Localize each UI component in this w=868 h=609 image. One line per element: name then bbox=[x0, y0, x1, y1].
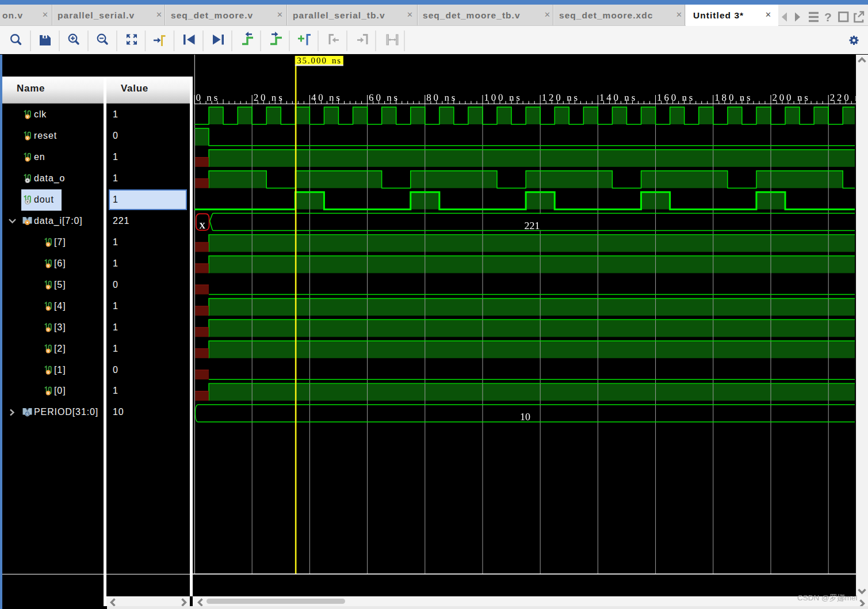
svg-text:0 ns: 0 ns bbox=[196, 92, 220, 103]
svg-text:20 ns: 20 ns bbox=[253, 92, 284, 103]
svg-text:35.000 ns: 35.000 ns bbox=[297, 56, 342, 66]
svg-text:v: v bbox=[47, 264, 49, 268]
svg-text:v: v bbox=[26, 115, 29, 119]
svg-text:X: X bbox=[199, 222, 205, 231]
svg-text:c: c bbox=[26, 411, 29, 416]
svg-text:220 ns: 220 ns bbox=[829, 92, 856, 103]
svg-text:v: v bbox=[26, 136, 29, 140]
svg-text:v: v bbox=[47, 370, 49, 374]
svg-text:80 ns: 80 ns bbox=[426, 92, 457, 103]
svg-text:40 ns: 40 ns bbox=[311, 92, 342, 103]
svg-text:10: 10 bbox=[520, 411, 530, 423]
svg-text:120 ns: 120 ns bbox=[541, 92, 579, 103]
svg-text:?: ? bbox=[824, 10, 832, 24]
svg-text:v: v bbox=[47, 349, 49, 353]
svg-text:v: v bbox=[47, 285, 49, 289]
svg-text:100 ns: 100 ns bbox=[484, 92, 522, 103]
svg-text:v: v bbox=[26, 157, 29, 161]
svg-text:200 ns: 200 ns bbox=[772, 92, 810, 103]
svg-text:60 ns: 60 ns bbox=[369, 92, 400, 103]
svg-text:v: v bbox=[47, 306, 49, 310]
svg-text:180 ns: 180 ns bbox=[714, 92, 752, 103]
svg-text:v: v bbox=[47, 242, 49, 246]
svg-text:v: v bbox=[47, 391, 49, 395]
svg-text:140 ns: 140 ns bbox=[599, 92, 637, 103]
svg-text:v: v bbox=[47, 328, 49, 332]
svg-text:221: 221 bbox=[524, 220, 540, 231]
svg-text:160 ns: 160 ns bbox=[657, 92, 695, 103]
